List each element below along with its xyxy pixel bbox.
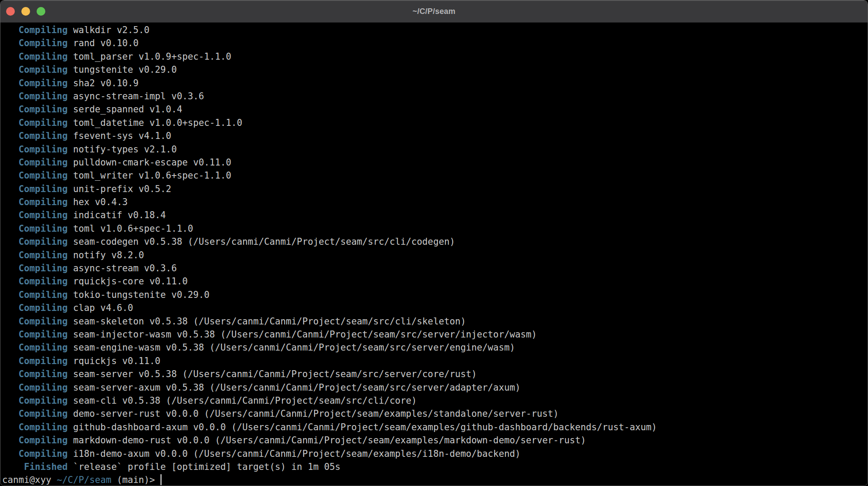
cargo-message: seam-injector-wasm v0.5.38 (/Users/canmi… [68, 329, 537, 340]
zoom-button[interactable] [37, 7, 45, 16]
cargo-message: hex v0.4.3 [68, 197, 128, 207]
cargo-verb: Compiling [2, 50, 68, 63]
cargo-verb: Compiling [2, 394, 68, 407]
cargo-verb: Compiling [2, 447, 68, 460]
terminal-output-line: Compiling tungstenite v0.29.0 [2, 63, 868, 76]
cargo-message: seam-codegen v0.5.38 (/Users/canmi/Canmi… [68, 236, 455, 247]
cargo-verb: Compiling [2, 262, 68, 275]
cargo-verb: Compiling [2, 169, 68, 182]
cargo-message: rand v0.10.0 [68, 38, 139, 48]
terminal-output-line: Compiling seam-server v0.5.38 (/Users/ca… [2, 368, 868, 381]
terminal-output-line: Compiling seam-engine-wasm v0.5.38 (/Use… [2, 341, 868, 354]
terminal-output-line: Compiling indicatif v0.18.4 [2, 209, 868, 222]
cargo-verb: Compiling [2, 63, 68, 76]
terminal-output-line: Compiling toml v1.0.6+spec-1.1.0 [2, 222, 868, 235]
cargo-message: serde_spanned v1.0.4 [68, 104, 182, 115]
window-titlebar[interactable]: ~/C/P/seam [0, 0, 868, 23]
cargo-verb: Compiling [2, 182, 68, 196]
cargo-verb: Compiling [2, 341, 68, 354]
terminal-output-line: Compiling i18n-demo-axum v0.0.0 (/Users/… [2, 447, 868, 460]
terminal-output-line: Compiling clap v4.6.0 [2, 301, 868, 314]
cargo-message: seam-cli v0.5.38 (/Users/canmi/Canmi/Pro… [68, 395, 417, 406]
prompt-user: canmi@xyy [2, 475, 51, 485]
cargo-verb: Compiling [2, 315, 68, 328]
terminal-output-line: Compiling rquickjs-core v0.11.0 [2, 275, 868, 288]
terminal-output-line: Finished `release` profile [optimized] t… [2, 460, 868, 473]
prompt-separator [111, 475, 117, 485]
terminal-output-line: Compiling async-stream-impl v0.3.6 [2, 90, 868, 103]
cargo-message: rquickjs v0.11.0 [68, 356, 160, 366]
cargo-message: `release` profile [optimized] target(s) … [68, 462, 340, 472]
text-cursor [160, 474, 162, 485]
cargo-message: fsevent-sys v4.1.0 [68, 131, 171, 141]
cargo-message: unit-prefix v0.5.2 [68, 184, 171, 194]
traffic-lights [6, 0, 45, 22]
cargo-message: toml_datetime v1.0.0+spec-1.1.0 [68, 118, 242, 128]
cargo-message: demo-server-rust v0.0.0 (/Users/canmi/Ca… [68, 408, 559, 419]
cargo-verb: Compiling [2, 24, 68, 37]
prompt-path: ~/C/P/seam [57, 475, 111, 485]
cargo-verb: Compiling [2, 103, 68, 116]
cargo-verb: Compiling [2, 275, 68, 288]
cargo-message: seam-skeleton v0.5.38 (/Users/canmi/Canm… [68, 316, 466, 327]
terminal-output-line: Compiling rand v0.10.0 [2, 37, 868, 50]
terminal-window: ~/C/P/seam Compiling walkdir v2.5.0Compi… [0, 0, 868, 486]
terminal-output-line: Compiling toml_datetime v1.0.0+spec-1.1.… [2, 116, 868, 129]
terminal-output-line: Compiling toml_parser v1.0.9+spec-1.1.0 [2, 50, 868, 63]
cargo-message: markdown-demo-rust v0.0.0 (/Users/canmi/… [68, 435, 586, 446]
cargo-verb: Compiling [2, 143, 68, 156]
cargo-verb: Compiling [2, 434, 68, 447]
cargo-verb: Compiling [2, 301, 68, 314]
close-button[interactable] [6, 7, 15, 16]
terminal-output-line: Compiling fsevent-sys v4.1.0 [2, 129, 868, 142]
cargo-verb: Compiling [2, 156, 68, 169]
cargo-message: i18n-demo-axum v0.0.0 (/Users/canmi/Canm… [68, 449, 520, 459]
cargo-verb: Compiling [2, 235, 68, 248]
terminal-output: Compiling walkdir v2.5.0Compiling rand v… [2, 24, 868, 473]
cargo-verb: Compiling [2, 421, 68, 434]
cargo-verb: Compiling [2, 354, 68, 368]
prompt-line: canmi@xyy ~/C/P/seam (main)> [2, 473, 868, 486]
terminal-output-line: Compiling seam-skeleton v0.5.38 (/Users/… [2, 315, 868, 328]
cargo-message: github-dashboard-axum v0.0.0 (/Users/can… [68, 422, 657, 432]
minimize-button[interactable] [21, 7, 30, 16]
cargo-verb: Compiling [2, 407, 68, 420]
cargo-message: async-stream v0.3.6 [68, 263, 176, 273]
cargo-verb: Compiling [2, 381, 68, 394]
cargo-message: rquickjs-core v0.11.0 [68, 276, 187, 287]
terminal-output-line: Compiling rquickjs v0.11.0 [2, 354, 868, 368]
cargo-verb: Compiling [2, 368, 68, 381]
terminal-output-line: Compiling tokio-tungstenite v0.29.0 [2, 288, 868, 301]
cargo-message: pulldown-cmark-escape v0.11.0 [68, 157, 231, 168]
cargo-verb: Compiling [2, 249, 68, 262]
cargo-message: indicatif v0.18.4 [68, 210, 166, 220]
terminal-output-line: Compiling seam-injector-wasm v0.5.38 (/U… [2, 328, 868, 341]
terminal-output-line: Compiling seam-codegen v0.5.38 (/Users/c… [2, 235, 868, 248]
cargo-message: notify-types v2.1.0 [68, 144, 176, 155]
cargo-message: async-stream-impl v0.3.6 [68, 91, 204, 101]
cargo-message: seam-server-axum v0.5.38 (/Users/canmi/C… [68, 382, 520, 393]
cargo-message: seam-engine-wasm v0.5.38 (/Users/canmi/C… [68, 342, 515, 353]
terminal-output-line: Compiling markdown-demo-rust v0.0.0 (/Us… [2, 434, 868, 447]
terminal-output-line: Compiling seam-server-axum v0.5.38 (/Use… [2, 381, 868, 394]
cargo-message: tungstenite v0.29.0 [68, 64, 176, 75]
terminal-output-line: Compiling serde_spanned v1.0.4 [2, 103, 868, 116]
terminal-output-line: Compiling walkdir v2.5.0 [2, 24, 868, 37]
cargo-message: seam-server v0.5.38 (/Users/canmi/Canmi/… [68, 369, 477, 379]
terminal-output-line: Compiling async-stream v0.3.6 [2, 262, 868, 275]
terminal-output-line: Compiling github-dashboard-axum v0.0.0 (… [2, 421, 868, 434]
cargo-verb: Compiling [2, 196, 68, 209]
cargo-message: clap v4.6.0 [68, 303, 133, 313]
terminal-screen[interactable]: Compiling walkdir v2.5.0Compiling rand v… [0, 23, 868, 486]
cargo-message: toml v1.0.6+spec-1.1.0 [68, 223, 193, 234]
cargo-message: walkdir v2.5.0 [68, 25, 149, 35]
cargo-verb: Compiling [2, 328, 68, 341]
cargo-message: sha2 v0.10.9 [68, 78, 139, 88]
terminal-output-line: Compiling notify v8.2.0 [2, 249, 868, 262]
prompt-separator [51, 475, 57, 485]
cargo-message: toml_writer v1.0.6+spec-1.1.0 [68, 170, 231, 181]
terminal-output-line: Compiling hex v0.4.3 [2, 196, 868, 209]
prompt-branch: (main)> [117, 475, 155, 485]
cargo-verb: Compiling [2, 209, 68, 222]
terminal-output-line: Compiling seam-cli v0.5.38 (/Users/canmi… [2, 394, 868, 407]
